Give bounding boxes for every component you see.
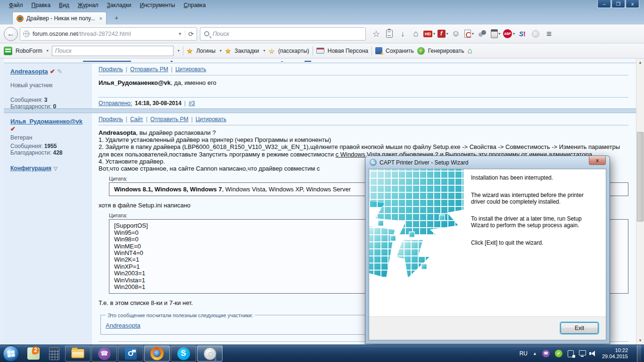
show-desktop-button[interactable] [637, 345, 641, 362]
scroll-down-icon[interactable]: ▼ [636, 337, 644, 345]
close-button[interactable]: x [626, 0, 639, 8]
flashgot-icon[interactable] [477, 28, 488, 40]
back-button[interactable]: ← [4, 27, 18, 41]
skype-click-to-call-icon[interactable]: S! [517, 28, 528, 40]
menu-hamburger-icon[interactable]: ≡ [543, 28, 554, 40]
url-text[interactable]: forum.oszone.net/thread-287242.html [33, 31, 175, 37]
persona-card-icon [316, 48, 324, 54]
tray-skype-icon[interactable]: ✔ [555, 350, 562, 357]
menu-file[interactable]: Файл [5, 2, 27, 8]
taskbar-outlook[interactable]: O [118, 346, 143, 362]
post3-pm-link[interactable]: Отправить PM [130, 66, 168, 73]
dialog-titlebar[interactable]: CAPT Printer Driver - Setup Wizard [365, 156, 610, 169]
chat-smiley-icon[interactable]: ☺ [450, 28, 462, 40]
scroll-up-icon[interactable]: ▲ [636, 58, 644, 66]
useful-user-link[interactable]: Andreasopta [106, 322, 140, 329]
roboform-search-input[interactable] [55, 48, 170, 54]
taskbar-firefox[interactable] [144, 346, 170, 362]
tray-viber-icon[interactable]: ☎ [542, 350, 550, 357]
post3-quote-link[interactable]: Цитировать [175, 66, 206, 73]
outlook-icon: O [125, 348, 137, 360]
dialog-close-button[interactable]: x [589, 156, 606, 165]
capt-setup-wizard-dialog: CAPT Printer Driver - Setup Wizard x Ins… [365, 156, 610, 344]
taskbar-calculator[interactable] [44, 346, 65, 362]
bookmark-star-icon[interactable]: ☆ [371, 28, 382, 40]
post4-quote-link[interactable]: Цитировать [196, 116, 227, 123]
lightbulb-icon[interactable] [530, 28, 541, 40]
start-button[interactable] [3, 346, 19, 362]
restore-button[interactable]: ❐ [611, 0, 625, 8]
post4-site-link[interactable]: Сайт [130, 116, 143, 123]
menu-tools[interactable]: Инструменты [136, 2, 180, 8]
url-bar[interactable]: forum.oszone.net/thread-287242.html ▼ ⟳ [20, 27, 197, 41]
post4-username-link[interactable]: Илья_Рудоманенко@vk [10, 118, 83, 125]
new-tab-button[interactable]: + [110, 14, 123, 23]
roboform-logo-icon[interactable] [4, 47, 12, 55]
roboform-search-dropdown-icon[interactable]: ▾ [178, 49, 180, 53]
tab-close-icon[interactable]: × [99, 16, 102, 21]
flash-addon-icon[interactable]: f▾ [437, 28, 448, 40]
adblock-icon[interactable]: ABP▾ [503, 28, 515, 40]
server-dropdown-icon[interactable]: ▾ [499, 32, 501, 36]
taskbar-2gis[interactable] [23, 346, 44, 362]
config-triangle-icon[interactable]: ▽ [54, 165, 58, 171]
menu-bookmarks[interactable]: Закладки [103, 2, 136, 8]
server-addon-icon[interactable]: ▾ [490, 28, 501, 40]
roboform-search[interactable] [52, 46, 173, 56]
post3-username-link[interactable]: Andreasopta [10, 68, 48, 75]
hd-dropdown-icon[interactable]: ▾ [433, 32, 435, 36]
post4-config-link[interactable]: Конфигурация [10, 165, 51, 172]
hd-addon-icon[interactable]: HD▾ [423, 28, 435, 40]
downloads-icon[interactable]: ↓ [397, 28, 408, 40]
adblock-dropdown-icon[interactable]: ▾ [513, 32, 515, 36]
installer-cd-icon [204, 347, 216, 360]
clock-time: 10:22 [602, 347, 628, 354]
url-dropdown-icon[interactable]: ▼ [178, 32, 182, 36]
taskbar-viber[interactable]: ☎ [91, 346, 117, 362]
roboform-menu[interactable]: RoboForm [16, 48, 42, 54]
post3-thanks: Благодарности: 0 [10, 103, 89, 110]
roboform-generate[interactable]: Генерировать [428, 48, 464, 54]
tab-active[interactable]: Драйвер - Никак не полу... × [12, 12, 107, 25]
taskbar-skype[interactable]: S [171, 346, 196, 362]
tray-network-icon[interactable] [579, 350, 586, 355]
clipboard-icon[interactable] [384, 28, 395, 40]
bookmarks-dropdown-icon[interactable]: ▾ [263, 49, 265, 53]
reload-icon[interactable]: ⟳ [185, 30, 194, 38]
pdf-dropdown-icon[interactable]: ▾ [472, 32, 474, 36]
roboform-dropdown-icon[interactable]: ▾ [47, 49, 49, 53]
scrollbar-thumb[interactable] [637, 132, 644, 222]
page-scrollbar[interactable]: ▲ ▼ [636, 58, 644, 345]
calculator-icon [49, 347, 59, 360]
logins-dropdown-icon[interactable]: ▾ [220, 49, 222, 53]
taskbar-setup-installer[interactable] [197, 346, 223, 362]
exit-button[interactable]: Exit [561, 322, 598, 334]
roboform-bookmarks[interactable]: Закладки [235, 48, 259, 54]
language-indicator[interactable]: RU [520, 350, 528, 357]
taskbar-clock[interactable]: 10:22 29.04.2015 [602, 347, 628, 360]
menu-edit[interactable]: Правка [27, 2, 55, 8]
post3-number-link[interactable]: #3 [189, 100, 195, 107]
tray-removable-device-icon[interactable] [568, 350, 574, 357]
post4-pm-link[interactable]: Отправить PM [150, 116, 189, 123]
taskbar-explorer[interactable] [65, 346, 91, 362]
roboform-logins[interactable]: Логины [196, 48, 215, 54]
pdf-addon-icon[interactable]: ▾ [463, 28, 475, 40]
roboform-save[interactable]: Сохранить [386, 48, 414, 54]
menu-view[interactable]: Вид [55, 2, 74, 8]
flash-dropdown-icon[interactable]: ▾ [446, 32, 448, 36]
home-icon[interactable]: ⌂ [410, 28, 421, 40]
roboform-home-icon[interactable]: ⌂ [467, 46, 472, 56]
roboform-new-persona[interactable]: Новая Персона [328, 48, 368, 54]
post3-profile-link[interactable]: Профиль [99, 66, 123, 73]
post4-profile-link[interactable]: Профиль [99, 116, 123, 123]
search-bar[interactable] [200, 27, 366, 41]
menu-history[interactable]: Журнал [74, 2, 103, 8]
menu-help[interactable]: Справка [179, 2, 210, 8]
tray-expand-icon[interactable]: ▲ [533, 351, 537, 356]
search-input[interactable] [213, 31, 362, 37]
post3-sent-link[interactable]: Отправлено: [99, 100, 132, 107]
minimize-button[interactable]: – [597, 0, 611, 8]
tray-volume-icon[interactable] [591, 351, 595, 356]
roboform-passcards[interactable]: (пасскарты) [278, 48, 309, 54]
